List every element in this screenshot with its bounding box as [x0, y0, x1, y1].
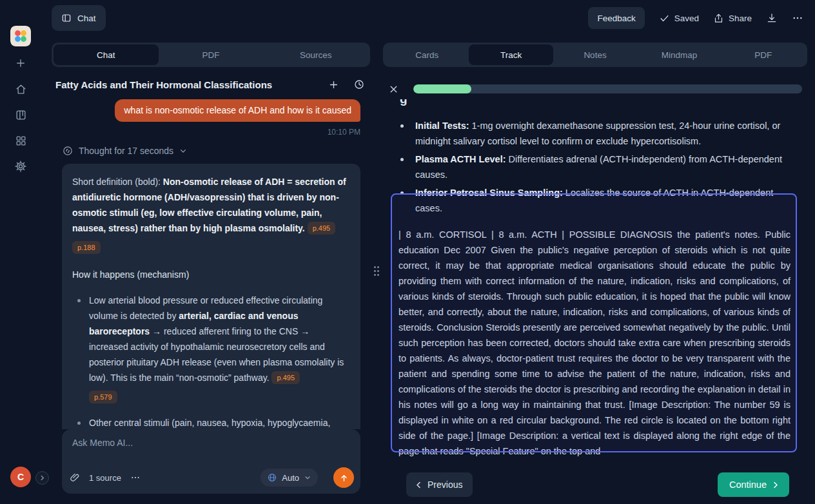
globe-icon [267, 472, 277, 483]
progress-fill [413, 84, 471, 93]
tab-pdf-right[interactable]: PDF [722, 44, 805, 65]
app-logo[interactable] [10, 26, 31, 46]
tab-mindmap[interactable]: Mindmap [637, 44, 721, 65]
chat-mode-button[interactable]: Chat [52, 5, 106, 31]
apps-button[interactable] [10, 130, 31, 151]
chevron-right-icon [39, 474, 46, 481]
thought-icon [62, 145, 74, 157]
page-ref-badge[interactable]: p.495 [308, 222, 336, 235]
expand-sidebar-button[interactable] [35, 471, 49, 485]
top-bar: Chat Feedback Saved Share [41, 0, 815, 36]
page-ref-badge[interactable]: p.495 [271, 371, 300, 384]
doc-bullet: Plasma ACTH Level: Differentiates adrena… [391, 151, 797, 182]
text-selection-box[interactable] [391, 193, 797, 452]
share-label: Share [729, 14, 752, 23]
conversation-title: Fatty Acids and Their Hormonal Classific… [55, 79, 272, 90]
feedback-button[interactable]: Feedback [588, 7, 644, 29]
track-progress-row [383, 81, 807, 97]
send-button[interactable] [333, 467, 354, 488]
page-ref-row: p.188 [72, 240, 350, 255]
chevron-down-icon [179, 146, 188, 155]
answer-bullet: Low arterial blood pressure or reduced e… [72, 293, 350, 405]
close-icon [388, 84, 399, 95]
attach-button[interactable] [70, 472, 80, 483]
history-button[interactable] [353, 79, 365, 90]
composer: 1 source Auto [62, 429, 360, 494]
page-ref-badge[interactable]: p.579 [89, 391, 117, 403]
user-avatar[interactable]: C [10, 467, 31, 487]
settings-button[interactable] [10, 156, 31, 177]
app-logo-icon [10, 26, 31, 46]
doc-bullet: Initial Tests: 1-mg overnight dexamethas… [391, 118, 797, 149]
thought-label: Thought for 17 seconds [79, 146, 173, 156]
main-area: Chat PDF Sources Fatty Acids and Their H… [41, 36, 815, 504]
tab-pdf[interactable]: PDF [159, 44, 264, 65]
boards-button[interactable] [10, 104, 31, 125]
source-count[interactable]: 1 source [89, 473, 121, 483]
tab-track[interactable]: Track [469, 44, 553, 65]
right-tab-bar: Cards Track Notes Mindmap PDF [383, 43, 807, 67]
home-button[interactable] [10, 79, 31, 99]
left-panel: Chat PDF Sources Fatty Acids and Their H… [52, 36, 370, 504]
answer-intro: Short definition (bold): Non-osmotic rel… [72, 174, 350, 236]
gear-icon [14, 160, 27, 173]
chat-input[interactable] [72, 438, 350, 461]
user-message: what is non-osmotic release of ADH and h… [115, 99, 360, 122]
progress-bar [413, 84, 802, 93]
tab-chat[interactable]: Chat [54, 44, 159, 65]
close-track-button[interactable] [388, 84, 399, 95]
download-button[interactable] [766, 12, 778, 24]
model-mode-selector[interactable]: Auto [260, 469, 318, 487]
check-icon [659, 13, 670, 24]
grid-icon [15, 135, 27, 147]
right-panel: Cards Track Notes Mindmap PDF g Initial … [383, 36, 807, 504]
message-timestamp: 10:10 PM [62, 128, 360, 137]
conversation-header-actions [328, 79, 365, 90]
avatar-initial: C [17, 472, 24, 482]
topbar-actions: Feedback Saved Share [588, 7, 815, 29]
track-document: g Initial Tests: 1-mg overnight dexameth… [391, 99, 797, 465]
thought-toggle[interactable]: Thought for 17 seconds [62, 145, 360, 157]
history-clock-icon [353, 79, 365, 90]
tab-sources[interactable]: Sources [263, 44, 368, 65]
mode-label: Auto [282, 473, 299, 483]
track-footer: Previous Continue [383, 465, 807, 504]
saved-status: Saved [659, 13, 699, 24]
more-options-button[interactable] [792, 12, 803, 24]
left-tab-bar: Chat PDF Sources [52, 43, 370, 67]
home-icon [15, 83, 27, 95]
panel-resize-handle[interactable] [374, 266, 380, 278]
answer-section-heading: How it happens (mechanism) [72, 267, 350, 282]
chevron-left-icon [414, 480, 424, 490]
panel-icon [61, 13, 72, 23]
page-ref-badge[interactable]: p.188 [72, 241, 101, 254]
plus-icon [328, 79, 339, 90]
plus-icon [15, 57, 26, 69]
ellipsis-icon [130, 472, 141, 483]
tab-notes[interactable]: Notes [553, 44, 637, 65]
left-rail: C [0, 0, 41, 504]
conversation-header: Fatty Acids and Their Hormonal Classific… [52, 75, 370, 94]
answer-bullet: Other central stimuli (pain, nausea, hyp… [72, 415, 350, 429]
share-icon [713, 13, 724, 24]
answer-bullet-list: Low arterial blood pressure or reduced e… [72, 293, 350, 429]
continue-button[interactable]: Continue [718, 472, 789, 497]
paperclip-icon [70, 472, 80, 483]
kanban-icon [15, 109, 27, 121]
chevron-right-icon [771, 480, 780, 490]
arrow-up-icon [339, 473, 349, 483]
new-chat-button[interactable] [328, 79, 339, 90]
share-button[interactable]: Share [713, 13, 752, 24]
new-button[interactable] [10, 53, 31, 73]
tab-cards[interactable]: Cards [385, 44, 469, 65]
composer-more-button[interactable] [130, 472, 141, 483]
chat-messages: what is non-osmotic release of ADH and h… [52, 98, 370, 429]
clipped-heading-fragment: g [391, 99, 797, 107]
ellipsis-icon [792, 12, 803, 24]
assistant-message: Short definition (bold): Non-osmotic rel… [62, 164, 360, 429]
composer-toolbar: 1 source Auto [70, 467, 354, 488]
saved-label: Saved [674, 14, 699, 23]
page-ref-row: p.579 [89, 389, 350, 405]
download-icon [766, 12, 778, 24]
previous-button[interactable]: Previous [406, 472, 473, 497]
